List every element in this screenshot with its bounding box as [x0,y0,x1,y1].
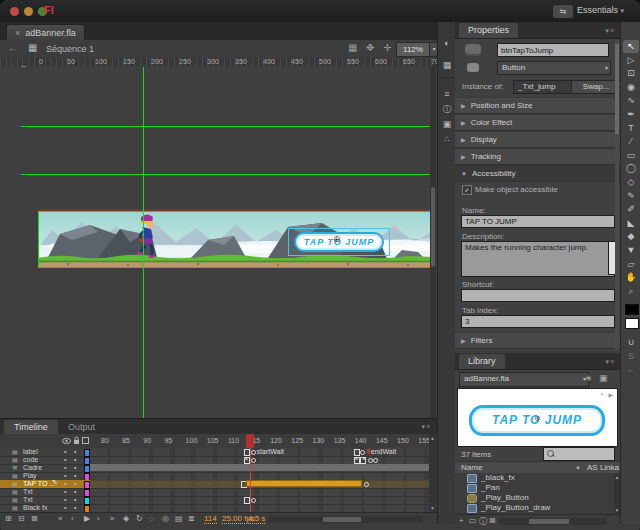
show-hide-all-layers-icon[interactable] [62,437,71,445]
go-to-first-frame-button[interactable]: « [58,514,62,523]
section-color-effect[interactable]: ▶Color Effect [455,114,620,131]
document-tab[interactable]: ×adBanner.fla [6,24,85,41]
eraser-tool[interactable]: ▱ [623,258,639,271]
scroll-down-icon[interactable]: ▼ [429,505,436,511]
new-layer-button[interactable]: ⊞ [5,514,12,523]
step-forward-button[interactable]: › [97,514,100,523]
keyframe-icon[interactable] [244,497,250,504]
library-item--play-button-draw[interactable]: _Play_Button_draw [455,503,615,513]
properties-scrollbar[interactable] [615,40,619,350]
hand-tool[interactable]: ✋ [623,271,639,284]
layer-lock-dot[interactable]: • [74,456,76,464]
stage-vertical-scrollbar[interactable] [430,67,436,418]
free-transform-tool[interactable]: ⊡ [623,67,639,80]
tab-library[interactable]: Library [459,354,505,369]
library-panel-menu-icon[interactable]: ▾≡ [605,358,615,366]
horizontal-guide-2[interactable] [21,174,434,175]
brush-tool[interactable]: ✐ [623,203,639,216]
layer-visibility-dot[interactable]: • [64,464,66,472]
text-tool[interactable]: T [623,122,639,135]
properties-panel-menu-icon[interactable]: ▾≡ [605,27,615,35]
stroke-color-swatch[interactable] [625,304,639,315]
close-window-button[interactable] [10,7,19,16]
snippets-panel-icon[interactable]: ∴ [441,133,453,145]
selected-frame-span[interactable] [246,480,362,487]
banner-bottom-guide[interactable] [38,267,434,268]
preview-stop-icon[interactable]: ▪ [601,391,603,397]
pencil-tool[interactable]: ✎ [623,190,639,203]
straighten-option[interactable]: ⌐ [623,364,639,377]
snap-to-objects-toggle[interactable]: ∪ [623,336,639,349]
smooth-option[interactable]: S [623,350,639,363]
tab-output[interactable]: Output [58,420,105,434]
new-folder-button[interactable]: ⊟ [18,514,25,523]
tab-properties[interactable]: Properties [459,23,518,38]
section-accessibility[interactable]: ▼Accessibility [455,165,620,182]
column-name[interactable]: Name [461,463,482,472]
layer-frames-row[interactable] [90,504,429,512]
layer-visibility-dot[interactable]: • [64,488,66,496]
show-layers-as-outlines-icon[interactable] [82,437,89,444]
minimize-window-button[interactable] [24,7,33,16]
playhead-line[interactable] [250,448,251,512]
selection-tool[interactable]: ↖ [623,40,639,53]
frames-grid[interactable]: startWaitendWaitaaa [90,448,429,512]
section-position-and-size[interactable]: ▶Position and Size [455,97,620,114]
empty-keyframe-icon[interactable] [373,458,378,463]
pen-tool[interactable]: ✒ [623,108,639,121]
current-frame-value[interactable]: 114 [204,514,217,524]
library-item--pan[interactable]: _Pan [455,483,615,493]
subselection-tool[interactable]: ▷ [623,54,639,67]
edit-scene-icon[interactable]: ▦ [348,42,357,53]
layer-visibility-dot[interactable]: • [64,480,66,488]
stage-pasteboard[interactable]: TAP TO JUMP ⊕ [0,67,437,418]
onion-skin-button[interactable]: ◌ [149,514,154,523]
transform-panel-icon[interactable]: ▣ [441,118,453,130]
workspace-switcher-button[interactable]: Essentials ▾ [569,3,632,18]
symbol-type-dropdown[interactable]: Button▾ [497,61,611,75]
edit-multiple-frames-button[interactable]: ▤ [175,514,183,523]
center-stage-icon[interactable]: ✛ [383,42,391,53]
tab-timeline[interactable]: Timeline [4,420,58,434]
sort-ascending-icon[interactable]: ▲ [575,464,581,470]
step-back-button[interactable]: ‹ [71,514,74,523]
pin-library-icon[interactable]: ∗ [585,373,593,383]
library-search-input[interactable] [543,447,615,461]
3d-rotation-tool[interactable]: ◉ [623,81,639,94]
ink-bottle-tool[interactable]: ◆ [623,230,639,243]
modify-markers-button[interactable]: ≣ [188,514,195,523]
color-panel-icon[interactable]: ◐ [441,37,453,49]
layer-visibility-dot[interactable]: • [64,496,66,504]
description-textarea[interactable]: Makes the running character jump. [461,241,615,277]
layer-lock-dot[interactable]: • [74,488,76,496]
elapsed-time-value[interactable]: 4.5 s [248,514,265,524]
oval-tool[interactable]: ◯ [623,162,639,175]
section-filters[interactable]: ▶Filters [455,332,620,349]
tab-index-input[interactable] [461,315,615,328]
make-object-accessible-checkbox[interactable]: ✓ [462,185,472,195]
library-document-dropdown[interactable]: adBanner.fla▾ [459,372,589,387]
layer-visibility-dot[interactable]: • [64,504,66,512]
properties-button[interactable]: ⓘ [479,516,487,527]
empty-keyframe-icon[interactable] [251,458,256,463]
new-symbol-button[interactable]: + [459,516,464,525]
delete-button[interactable]: ⊠ [489,516,496,525]
banner-top-guide[interactable] [38,211,434,212]
banner-left-guide[interactable] [38,211,39,268]
zoom-level-input[interactable]: 112% [396,42,430,57]
rectangle-tool[interactable]: ▭ [623,149,639,162]
empty-keyframe-icon[interactable] [251,498,256,503]
scene-name[interactable]: Séquence 1 [46,44,94,54]
lasso-tool[interactable]: ∿ [623,94,639,107]
column-as-linkage[interactable]: AS Linka [587,463,619,472]
layer-visibility-dot[interactable]: • [64,448,66,456]
shortcut-input[interactable] [461,289,615,302]
line-tool[interactable]: ∕ [623,135,639,148]
back-arrow-icon[interactable]: ← [8,42,18,53]
onion-skin-outlines-button[interactable]: ◎ [162,514,169,523]
layer-visibility-dot[interactable]: • [64,472,66,480]
section-display[interactable]: ▶Display [455,131,620,148]
new-folder-button[interactable]: ▭ [469,516,477,525]
scroll-up-icon[interactable]: ▲ [429,435,436,441]
section-tracking[interactable]: ▶Tracking [455,148,620,165]
